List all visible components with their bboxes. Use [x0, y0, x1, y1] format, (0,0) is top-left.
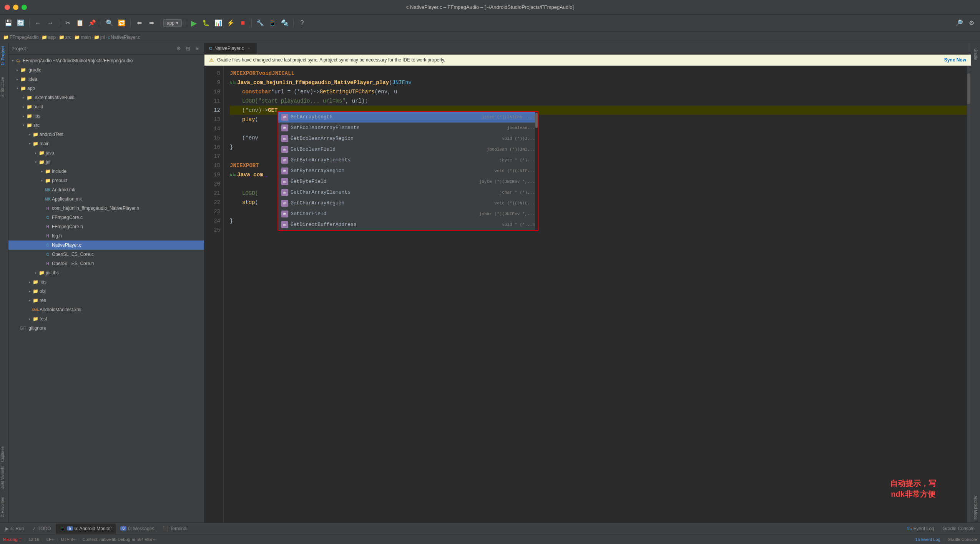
- tree-item-androidmanifest[interactable]: XML AndroidManifest.xml: [8, 305, 204, 314]
- tree-item-nativeplayerc[interactable]: C NativePlayer.c: [8, 240, 204, 250]
- redo-button[interactable]: →: [45, 18, 56, 28]
- bc-ffmpegaudio[interactable]: 📁 FFmpegAudio: [3, 35, 38, 40]
- help-button[interactable]: ?: [297, 18, 307, 28]
- tree-item-include[interactable]: ▸ 📁 include: [8, 167, 204, 176]
- forward-button[interactable]: ➡: [146, 18, 157, 28]
- project-collapse-button[interactable]: ≡: [193, 45, 201, 53]
- back-button[interactable]: ⬅: [134, 18, 145, 28]
- tree-item-gitignore[interactable]: GIT .gitignore: [8, 323, 204, 333]
- tab-close-button[interactable]: ×: [246, 46, 252, 51]
- ac-item-getcharfield[interactable]: m GetCharField jchar (*)(JNIEnv *,...: [278, 209, 538, 219]
- coverage-button[interactable]: 📊: [213, 18, 224, 28]
- tree-item-prebuilt[interactable]: ▸ 📁 prebuilt: [8, 176, 204, 185]
- tree-item-libs[interactable]: ▸ 📁 libs: [8, 111, 204, 121]
- tree-item-jni[interactable]: ▾ 📁 jni: [8, 158, 204, 167]
- project-settings-button[interactable]: ⚙: [175, 45, 183, 53]
- tree-item-gradle[interactable]: ▸ 📁 .gradle: [8, 65, 204, 75]
- minimize-button[interactable]: [13, 5, 18, 10]
- sdk-button[interactable]: 🔩: [279, 18, 290, 28]
- ac-item-getbooleanarrayelements[interactable]: m GetBooleanArrayElements jboolean...: [278, 123, 538, 133]
- tree-item-java[interactable]: ▸ 📁 java: [8, 148, 204, 158]
- maximize-button[interactable]: [22, 5, 27, 10]
- ac-item-getarraylength[interactable]: m GetArrayLength jsize (*)(JNIEnv ... π: [278, 112, 538, 123]
- tree-item-src[interactable]: ▾ 📁 src: [8, 121, 204, 130]
- cut-button[interactable]: ✂: [62, 18, 73, 28]
- editor-scrollbar[interactable]: [967, 66, 971, 522]
- structure-tab-button[interactable]: 2: Structure: [0, 75, 8, 98]
- tree-item-root[interactable]: ▾ 🗂 FFmpegAudio ~/AndroidStudioProjects/…: [8, 56, 204, 65]
- bc-main[interactable]: 📁 main: [74, 35, 91, 40]
- search-everywhere-button[interactable]: 🔎: [954, 18, 965, 28]
- tree-item-androidtest[interactable]: ▸ 📁 androidTest: [8, 130, 204, 139]
- status-gradle-console[interactable]: Gradle Console: [948, 537, 977, 542]
- find-button[interactable]: 🔍: [104, 18, 115, 28]
- todo-tab-button[interactable]: ✓ TODO: [28, 524, 55, 534]
- tree-item-res[interactable]: ▸ 📁 res: [8, 296, 204, 305]
- ac-item-getchararrayregion[interactable]: m GetCharArrayRegion void (*)(JNIE...: [278, 198, 538, 209]
- tree-item-logh[interactable]: H log.h: [8, 231, 204, 240]
- tree-item-comhejunlin[interactable]: H com_hejunlin_ffmpegaudio_NativePlayer.…: [8, 204, 204, 213]
- ac-item-getbooleanfield[interactable]: m GetBooleanField jboolean (*)(JNI...: [278, 144, 538, 155]
- tree-item-applicationmk[interactable]: MK Application.mk: [8, 194, 204, 204]
- debug-button[interactable]: 🐛: [201, 18, 211, 28]
- run-button[interactable]: ▶: [188, 18, 199, 28]
- save-all-button[interactable]: 💾: [3, 18, 14, 28]
- ac-item-getbytefield[interactable]: m GetByteField jbyte (*)(JNIEnv *,...: [278, 176, 538, 187]
- paste-button[interactable]: 📌: [87, 18, 98, 28]
- android-model-tab-button[interactable]: Android Model: [973, 493, 978, 522]
- tree-item-androidmk[interactable]: MK Android.mk: [8, 185, 204, 194]
- code-content[interactable]: JNIEXPORT void JNICALL ⇆ ⇆ Java_com_heju…: [224, 66, 967, 522]
- tree-item-test[interactable]: ▸ 📁 test: [8, 314, 204, 323]
- bc-nativeplayer[interactable]: c NativePlayer.c: [108, 35, 140, 40]
- tree-item-ffmpegcoreh[interactable]: H FFmpegCore.h: [8, 222, 204, 231]
- status-charset[interactable]: UTF-8÷: [61, 537, 75, 542]
- tree-item-idea[interactable]: ▸ 📁 .idea: [8, 75, 204, 84]
- gradle-tab-button[interactable]: Gradle: [973, 46, 978, 62]
- autocomplete-scrollbar[interactable]: [535, 112, 538, 230]
- avd-button[interactable]: 📱: [267, 18, 278, 28]
- status-event-log[interactable]: 15 Event Log: [915, 537, 940, 542]
- tree-item-jnilibs[interactable]: ▸ 📁 jniLibs: [8, 268, 204, 277]
- ac-item-getdirectbufferaddress[interactable]: m GetDirectBufferAddress void * (*... π: [278, 219, 538, 230]
- tree-item-externalnative[interactable]: ▸ 📁 .externalNativeBuild: [8, 93, 204, 102]
- ac-item-getbytearrayregion[interactable]: m GetByteArrayRegion void (*)(JNIE...: [278, 166, 538, 176]
- ac-item-getchararrayelements[interactable]: m GetCharArrayElements jchar * (*)...: [278, 187, 538, 198]
- undo-button[interactable]: ←: [33, 18, 43, 28]
- tree-item-ffmpegcorec[interactable]: C FFmpegCore.c: [8, 213, 204, 222]
- captures-tab-button[interactable]: Captures: [0, 445, 8, 464]
- event-log-button[interactable]: 15 Event Log: [903, 524, 938, 534]
- run-tab-button[interactable]: ▶ 4: Run: [2, 524, 28, 534]
- bc-src[interactable]: 📁 src: [59, 35, 71, 40]
- favorites-tab-button[interactable]: 2: Favorites: [0, 496, 8, 519]
- gradle-console-button[interactable]: Gradle Console: [939, 524, 978, 534]
- copy-button[interactable]: 📋: [75, 18, 85, 28]
- code-editor[interactable]: 8 9 10 11 12 13 14 15 16 17 18 19 20 21 …: [204, 66, 971, 522]
- tree-item-libs2[interactable]: ▸ 📁 libs: [8, 277, 204, 287]
- tree-item-app[interactable]: ▾ 📁 app: [8, 84, 204, 93]
- project-tab-button[interactable]: 1: Project: [0, 45, 8, 67]
- tree-item-obj[interactable]: ▸ 📁 obj: [8, 287, 204, 296]
- terminal-tab-button[interactable]: ⬛ Terminal: [159, 524, 191, 534]
- sync-now-button[interactable]: Sync Now: [944, 57, 966, 63]
- gradle-button[interactable]: 🔧: [255, 18, 266, 28]
- messages-tab-button[interactable]: 0 0: Messages: [116, 524, 158, 534]
- stop-button[interactable]: ■: [238, 18, 248, 28]
- ac-item-getbytearrayelements[interactable]: m GetByteArrayElements jbyte * (*)...: [278, 155, 538, 166]
- status-context[interactable]: Context: native-lib-Debug-arm64-v8a ÷: [83, 537, 155, 542]
- bc-jni[interactable]: 📁 jni: [94, 35, 105, 40]
- close-button[interactable]: [5, 5, 10, 10]
- profile-button[interactable]: ⚡: [225, 18, 236, 28]
- status-lf[interactable]: LF÷: [47, 537, 54, 542]
- bc-app[interactable]: 📁 app: [42, 35, 56, 40]
- ac-item-getbooleanarrayregion[interactable]: m GetBooleanArrayRegion void (*)(J...: [278, 133, 538, 144]
- replace-button[interactable]: 🔁: [116, 18, 127, 28]
- tree-item-openslescc[interactable]: C OpenSL_ES_Core.c: [8, 250, 204, 259]
- autocomplete-popup[interactable]: m GetArrayLength jsize (*)(JNIEnv ... π …: [277, 111, 539, 231]
- build-variants-tab-button[interactable]: Build Variants: [0, 464, 8, 491]
- tree-item-openslesch[interactable]: H OpenSL_ES_Core.h: [8, 259, 204, 268]
- sync-button[interactable]: 🔄: [15, 18, 26, 28]
- tab-nativeplayerc[interactable]: C NativePlayer.c ×: [204, 43, 257, 54]
- tree-item-build[interactable]: ▸ 📁 build: [8, 102, 204, 111]
- project-layout-button[interactable]: ⊞: [184, 45, 192, 53]
- tree-item-main[interactable]: ▾ 📁 main: [8, 139, 204, 148]
